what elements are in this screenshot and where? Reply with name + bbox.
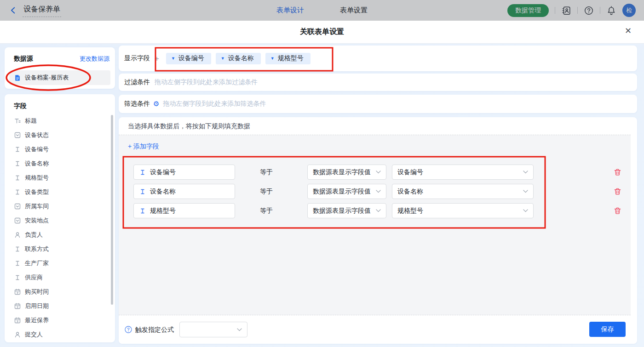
text-field-icon	[14, 246, 21, 252]
rule-operator: 等于	[260, 203, 273, 218]
display-field-tag[interactable]: ▼ 规格型号	[265, 53, 310, 64]
rule-source-select[interactable]: 数据源表显示字段值	[307, 165, 386, 180]
gear-icon[interactable]: ⚙	[153, 100, 159, 108]
fields-panel: 字段 标题 设备状态 设备编号 设备名称	[5, 94, 115, 342]
fill-rules-panel: 当选择具体数据后，将按如下规则填充数据 + 添加字段 设备编号 等于 数据源表显…	[119, 117, 637, 344]
formula-help-icon[interactable]	[125, 326, 132, 333]
change-datasource-link[interactable]: 更改数据源	[80, 55, 109, 63]
contacts-icon[interactable]	[561, 6, 571, 16]
delete-rule-icon[interactable]	[614, 188, 621, 195]
triangle-down-icon: ▼	[221, 56, 225, 61]
field-item-install-location[interactable]: 安装地点	[5, 213, 115, 228]
field-item-device-status[interactable]: 设备状态	[5, 128, 115, 142]
person-field-icon	[14, 232, 21, 238]
triangle-down-icon: ▼	[171, 56, 175, 61]
trigger-formula-select[interactable]	[179, 322, 247, 337]
rule-value-select[interactable]: 规格型号	[392, 203, 534, 218]
field-item-purchase-time[interactable]: 购买时间	[5, 284, 115, 299]
tag-label: 设备名称	[228, 54, 254, 63]
field-item-spec-model[interactable]: 规格型号	[5, 171, 115, 185]
chevron-down-icon	[376, 190, 381, 193]
add-field-link[interactable]: + 添加字段	[128, 142, 159, 151]
screening-conditions-dropzone[interactable]: 筛选条件 ⚙ 拖动左侧字段到此处来添加筛选条件	[119, 95, 637, 113]
text-field-icon	[14, 175, 21, 181]
select-field-icon	[14, 203, 21, 210]
text-field-icon	[14, 260, 21, 267]
text-field-icon	[14, 189, 21, 195]
display-field-tag[interactable]: ▼ 设备编号	[166, 53, 211, 64]
field-item-device-code[interactable]: 设备编号	[5, 142, 115, 156]
rule-operator: 等于	[260, 184, 273, 199]
tag-label: 设备编号	[178, 54, 204, 63]
rule-target-field[interactable]: 设备编号	[133, 165, 235, 180]
trigger-formula-label: 触发指定公式	[135, 315, 174, 344]
modal-title: 关联表单设置	[300, 27, 344, 37]
divider	[577, 7, 578, 14]
display-fields-row: 显示字段 + ▼ 设备编号 ▼ 设备名称 ▼ 规格型号	[119, 46, 637, 71]
rule-value-select[interactable]: 设备编号	[392, 165, 534, 180]
rule-source-select[interactable]: 数据源表显示字段值	[307, 203, 386, 218]
save-button[interactable]: 保存	[589, 322, 626, 337]
chevron-down-icon	[376, 209, 381, 212]
field-item-last-maintenance[interactable]: 最近保养	[5, 313, 115, 327]
modal-header: 关联表单设置 ✕	[0, 21, 644, 44]
field-item-enable-date[interactable]: 启用日期	[5, 299, 115, 313]
field-item-contact[interactable]: 联系方式	[5, 242, 115, 256]
rule-target-field[interactable]: 规格型号	[133, 203, 235, 218]
rule-operator: 等于	[260, 165, 273, 180]
text-field-icon	[14, 274, 21, 281]
help-icon[interactable]	[584, 6, 594, 16]
display-fields-label: 显示字段	[124, 54, 150, 63]
delete-rule-icon[interactable]	[614, 207, 621, 215]
close-icon[interactable]: ✕	[625, 27, 632, 35]
text-field-icon	[139, 169, 146, 176]
field-item-submitter[interactable]: 提交人	[5, 327, 115, 341]
datasource-panel: 数据源 更改数据源 设备档案-履历表	[5, 47, 115, 89]
bell-icon[interactable]	[606, 6, 616, 16]
triangle-down-icon: ▼	[270, 56, 275, 61]
fill-rules-hint: 当选择具体数据后，将按如下规则填充数据	[128, 122, 250, 131]
field-item-workshop[interactable]: 所属车间	[5, 199, 115, 213]
screening-conditions-label: 筛选条件	[124, 100, 150, 108]
field-item-device-name[interactable]: 设备名称	[5, 156, 115, 171]
person-field-icon	[14, 331, 21, 338]
modal-body: 数据源 更改数据源 设备档案-履历表 字段 标题	[0, 44, 644, 347]
text-field-icon	[139, 188, 146, 195]
field-item-owner[interactable]: 负责人	[5, 228, 115, 242]
field-item-device-type[interactable]: 设备类型	[5, 185, 115, 199]
filter-conditions-dropzone[interactable]: 过滤条件 拖动左侧字段到此处来添加过滤条件	[119, 74, 637, 91]
filter-placeholder: 拖动左侧字段到此处来添加过滤条件	[155, 78, 258, 86]
delete-rule-icon[interactable]	[614, 168, 621, 176]
selected-datasource[interactable]: 设备档案-履历表	[9, 70, 110, 85]
fields-title: 字段	[14, 102, 115, 110]
field-item-supplier[interactable]: 供应商	[5, 270, 115, 284]
screening-placeholder: 拖动左侧字段到此处来添加筛选条件	[163, 100, 266, 108]
text-field-icon	[14, 146, 21, 153]
rule-value-select[interactable]: 设备名称	[392, 184, 534, 199]
tab-form-settings[interactable]: 表单设置	[340, 6, 368, 15]
tab-form-design[interactable]: 表单设计	[276, 6, 304, 15]
tag-label: 规格型号	[278, 54, 304, 63]
display-field-tag[interactable]: ▼ 设备名称	[216, 53, 261, 64]
rules-footer: 触发指定公式 保存	[119, 315, 637, 344]
add-display-field-icon[interactable]: +	[155, 55, 159, 63]
divider	[600, 7, 600, 14]
chevron-down-icon	[376, 171, 381, 174]
filter-conditions-label: 过滤条件	[124, 78, 150, 86]
date-field-icon	[14, 303, 21, 309]
selected-datasource-label: 设备档案-履历表	[25, 74, 69, 82]
title-field-icon	[14, 118, 21, 124]
rule-target-field[interactable]: 设备名称	[133, 184, 235, 199]
rules-scroll-area: + 添加字段 设备编号 等于 数据源表显示字段值 设备编号	[119, 135, 631, 315]
fields-scrollbar[interactable]	[111, 115, 113, 305]
field-item-title[interactable]: 标题	[5, 114, 115, 128]
field-item-manufacturer[interactable]: 生产厂家	[5, 256, 115, 270]
rule-row: 设备编号 等于 数据源表显示字段值 设备编号	[119, 165, 631, 180]
chevron-down-icon	[523, 209, 528, 212]
avatar[interactable]: 检	[622, 4, 636, 17]
chevron-down-icon	[523, 171, 528, 174]
text-field-icon	[139, 208, 146, 214]
rule-source-select[interactable]: 数据源表显示字段值	[307, 184, 386, 199]
data-manage-button[interactable]: 数据管理	[507, 4, 549, 17]
date-field-icon	[14, 317, 21, 324]
